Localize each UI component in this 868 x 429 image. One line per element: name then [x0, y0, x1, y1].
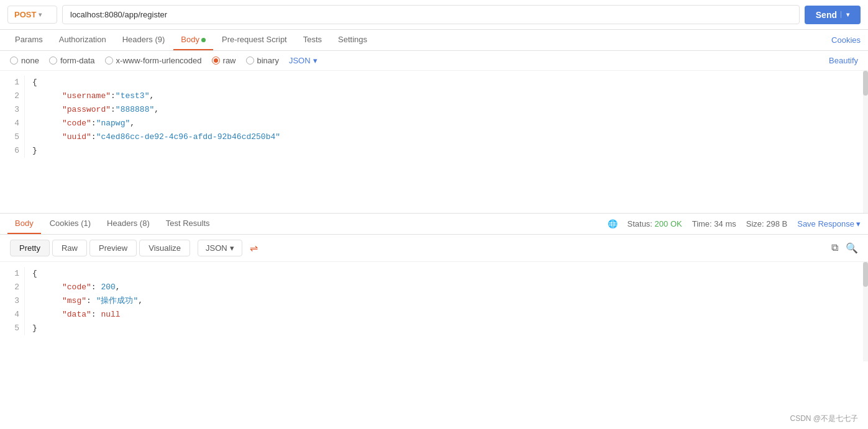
tab-headers[interactable]: Headers (9)	[115, 30, 173, 50]
option-none[interactable]: none	[10, 56, 39, 65]
wrap-icon[interactable]: ⇌	[250, 242, 258, 254]
method-chevron: ▾	[39, 11, 42, 18]
fmt-pretty[interactable]: Pretty	[10, 240, 50, 256]
save-response-label: Save Response	[797, 219, 854, 228]
option-form-data[interactable]: form-data	[49, 56, 95, 65]
response-format-bar: Pretty Raw Preview Visualize JSON ▾ ⇌ ⧉ …	[0, 235, 868, 262]
response-section: Body Cookies (1) Headers (8) Test Result…	[0, 214, 868, 361]
request-tabs: Params Authorization Headers (9) Body Pr…	[0, 30, 868, 51]
response-scroll-thumb[interactable]	[863, 262, 868, 287]
response-scroll-track[interactable]	[863, 262, 868, 361]
send-chevron: ▾	[841, 11, 849, 18]
time-text: Time: 34 ms	[692, 219, 736, 228]
copy-icon[interactable]: ⧉	[831, 242, 838, 254]
status-badge: Status: 200 OK	[628, 219, 682, 228]
status-200-text: 200 OK	[655, 219, 682, 228]
tab-pre-request-script[interactable]: Pre-request Script	[214, 30, 295, 50]
response-code-content: { "code": 200, "msg": "操作成功", "data": nu…	[25, 267, 868, 335]
option-urlencoded[interactable]: x-www-form-urlencoded	[105, 56, 202, 65]
method-label: POST	[14, 10, 36, 19]
tab-params[interactable]: Params	[7, 30, 50, 50]
radio-binary	[246, 56, 254, 65]
body-options: none form-data x-www-form-urlencoded raw…	[0, 51, 868, 71]
request-body-editor[interactable]: 1 2 3 4 5 6 { "username":"test3", "passw…	[0, 71, 868, 214]
res-tab-test-results[interactable]: Test Results	[158, 214, 217, 234]
tab-tests[interactable]: Tests	[296, 30, 329, 50]
response-line-numbers: 1 2 3 4 5	[0, 267, 25, 335]
request-scroll-track[interactable]	[863, 71, 868, 213]
method-select[interactable]: POST ▾	[7, 6, 57, 24]
cookies-link[interactable]: Cookies	[831, 35, 861, 45]
json-chevron: ▾	[313, 56, 318, 65]
option-binary[interactable]: binary	[246, 56, 279, 65]
beautify-button[interactable]: Beautify	[829, 56, 858, 65]
radio-raw	[212, 56, 220, 65]
send-button[interactable]: Send ▾	[805, 6, 861, 24]
search-icon[interactable]: 🔍	[846, 242, 858, 254]
json-label: JSON	[289, 56, 311, 65]
request-code-content: { "username":"test3", "password":"888888…	[25, 76, 868, 158]
send-label: Send	[816, 10, 837, 20]
res-json-chevron: ▾	[230, 243, 234, 253]
fmt-raw[interactable]: Raw	[52, 240, 87, 256]
radio-form-data	[49, 56, 57, 65]
option-raw[interactable]: raw	[212, 56, 236, 65]
url-input[interactable]	[62, 5, 800, 24]
json-type-select[interactable]: JSON ▾	[289, 56, 318, 65]
tab-authorization[interactable]: Authorization	[52, 30, 114, 50]
res-tab-cookies[interactable]: Cookies (1)	[42, 214, 98, 234]
res-tab-body[interactable]: Body	[7, 214, 41, 234]
response-meta: 🌐 Status: 200 OK Time: 34 ms Size: 298 B…	[608, 219, 861, 228]
response-tabs-bar: Body Cookies (1) Headers (8) Test Result…	[0, 214, 868, 235]
save-response-button[interactable]: Save Response ▾	[797, 219, 861, 228]
tab-body[interactable]: Body	[173, 30, 213, 50]
res-format-right: ⧉ 🔍	[831, 242, 858, 254]
res-json-select[interactable]: JSON ▾	[198, 240, 242, 256]
res-json-label: JSON	[206, 243, 227, 253]
response-code-lines: 1 2 3 4 5 { "code": 200, "msg": "操作成功", …	[0, 262, 868, 340]
request-scroll-thumb[interactable]	[863, 71, 868, 96]
globe-icon: 🌐	[608, 219, 618, 228]
response-body-area: 1 2 3 4 5 { "code": 200, "msg": "操作成功", …	[0, 262, 868, 361]
body-dot	[201, 38, 206, 42]
radio-urlencoded	[105, 56, 113, 65]
res-tab-headers[interactable]: Headers (8)	[99, 214, 157, 234]
radio-none	[10, 56, 18, 65]
url-bar: POST ▾ Send ▾	[0, 0, 868, 30]
fmt-visualize[interactable]: Visualize	[139, 240, 190, 256]
request-line-numbers: 1 2 3 4 5 6	[0, 76, 25, 158]
save-response-chevron: ▾	[856, 219, 861, 228]
tab-settings[interactable]: Settings	[331, 30, 375, 50]
request-code-lines: 1 2 3 4 5 6 { "username":"test3", "passw…	[0, 71, 868, 163]
fmt-preview[interactable]: Preview	[89, 240, 137, 256]
size-text: Size: 298 B	[746, 219, 788, 228]
